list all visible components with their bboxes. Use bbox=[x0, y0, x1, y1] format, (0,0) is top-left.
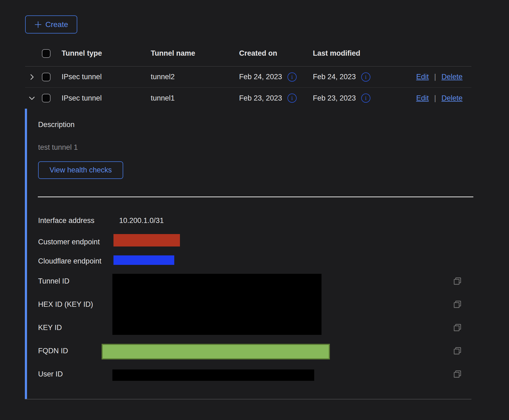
copy-icon bbox=[453, 369, 462, 379]
view-health-checks-button[interactable]: View health checks bbox=[38, 161, 123, 179]
expand-row-button[interactable] bbox=[28, 73, 36, 81]
copy-icon bbox=[453, 276, 462, 286]
table-row-tunnel1: IPsec tunnel tunnel1 Feb 23, 2023 i Feb … bbox=[25, 88, 471, 109]
ids-redacted-value bbox=[112, 274, 322, 335]
column-header-tunnel-name: Tunnel name bbox=[151, 49, 239, 58]
description-value: test tunnel 1 bbox=[38, 142, 78, 152]
cloudflare-endpoint-redacted-value bbox=[113, 255, 174, 265]
delete-link[interactable]: Delete bbox=[441, 73, 463, 81]
tunnel-id-label: Tunnel ID bbox=[38, 276, 69, 286]
info-icon[interactable]: i bbox=[361, 72, 370, 82]
column-header-last-modified: Last modified bbox=[313, 49, 389, 58]
last-modified-cell: Feb 23, 2023 i bbox=[313, 94, 389, 103]
fqdn-id-redacted-value bbox=[102, 344, 330, 359]
copy-icon bbox=[453, 346, 462, 355]
tunnels-page: Create Tunnel type Tunnel name Created o… bbox=[0, 0, 509, 420]
action-separator: | bbox=[434, 73, 436, 81]
chevron-down-icon bbox=[28, 94, 36, 102]
user-id-redacted-value bbox=[112, 369, 314, 381]
table-bottom-divider bbox=[25, 399, 471, 399]
column-header-tunnel-type: Tunnel type bbox=[62, 49, 151, 58]
created-on-date: Feb 23, 2023 bbox=[239, 94, 282, 102]
edit-link[interactable]: Edit bbox=[416, 73, 429, 81]
row-actions: Edit | Delete bbox=[389, 73, 471, 81]
tunnels-table: Tunnel type Tunnel name Created on Last … bbox=[25, 41, 471, 109]
copy-key-id-button[interactable] bbox=[453, 323, 462, 332]
tunnel-name-cell: tunnel2 bbox=[151, 73, 239, 81]
table-header-row: Tunnel type Tunnel name Created on Last … bbox=[25, 41, 471, 66]
create-button-label: Create bbox=[45, 20, 68, 29]
copy-fqdn-id-button[interactable] bbox=[453, 346, 462, 355]
copy-icon bbox=[453, 300, 462, 309]
row-checkbox[interactable] bbox=[42, 94, 51, 102]
tunnel-type-cell: IPsec tunnel bbox=[62, 73, 151, 81]
info-icon[interactable]: i bbox=[287, 94, 297, 103]
user-id-label: User ID bbox=[38, 369, 63, 379]
cloudflare-endpoint-label: Cloudflare endpoint bbox=[38, 256, 101, 266]
customer-endpoint-label: Customer endpoint bbox=[38, 237, 100, 247]
last-modified-date: Feb 24, 2023 bbox=[313, 73, 356, 81]
key-id-label: KEY ID bbox=[38, 323, 62, 332]
description-label: Description bbox=[38, 120, 75, 129]
tunnel-name-cell: tunnel1 bbox=[151, 94, 239, 102]
interface-address-label: Interface address bbox=[38, 216, 95, 225]
select-all-checkbox[interactable] bbox=[42, 49, 51, 58]
created-on-cell: Feb 23, 2023 i bbox=[239, 94, 313, 103]
action-separator: | bbox=[434, 94, 436, 102]
created-on-cell: Feb 24, 2023 i bbox=[239, 72, 313, 82]
tunnel-details-panel: Description test tunnel 1 View health ch… bbox=[25, 109, 471, 399]
fqdn-id-label: FQDN ID bbox=[38, 346, 68, 356]
plus-icon bbox=[34, 21, 42, 28]
section-divider bbox=[38, 196, 473, 197]
info-icon[interactable]: i bbox=[361, 94, 370, 103]
table-row-tunnel2: IPsec tunnel tunnel2 Feb 24, 2023 i Feb … bbox=[25, 66, 471, 88]
row-actions: Edit | Delete bbox=[389, 94, 471, 102]
copy-user-id-button[interactable] bbox=[453, 369, 462, 379]
interface-address-value: 10.200.1.0/31 bbox=[119, 216, 164, 225]
column-header-created-on: Created on bbox=[239, 49, 313, 58]
edit-link[interactable]: Edit bbox=[416, 94, 429, 102]
chevron-right-icon bbox=[28, 73, 36, 81]
create-button[interactable]: Create bbox=[25, 15, 77, 34]
info-icon[interactable]: i bbox=[287, 72, 297, 82]
collapse-row-button[interactable] bbox=[28, 94, 36, 102]
copy-tunnel-id-button[interactable] bbox=[453, 276, 462, 286]
copy-icon bbox=[453, 323, 462, 332]
created-on-date: Feb 24, 2023 bbox=[239, 73, 282, 81]
copy-hex-id-button[interactable] bbox=[453, 300, 462, 309]
hex-id-label: HEX ID (KEY ID) bbox=[38, 299, 93, 309]
customer-endpoint-redacted-value bbox=[113, 234, 180, 246]
last-modified-date: Feb 23, 2023 bbox=[313, 94, 356, 102]
delete-link[interactable]: Delete bbox=[441, 94, 463, 102]
last-modified-cell: Feb 24, 2023 i bbox=[313, 72, 389, 82]
row-checkbox[interactable] bbox=[42, 73, 51, 81]
tunnel-type-cell: IPsec tunnel bbox=[62, 94, 151, 102]
